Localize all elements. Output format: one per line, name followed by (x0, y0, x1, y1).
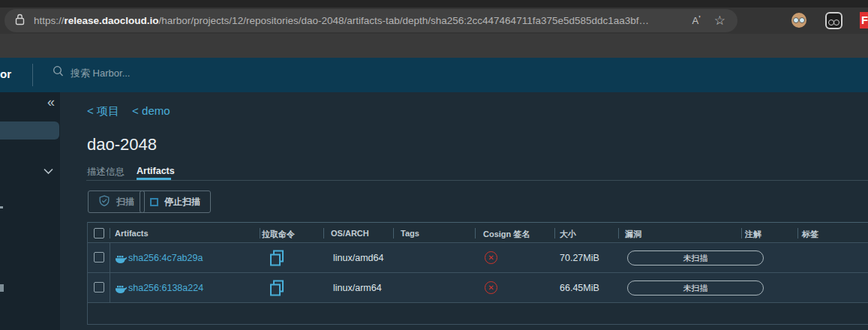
select-all-checkbox[interactable] (94, 228, 104, 238)
extension-f-badge[interactable]: F (860, 12, 868, 28)
extension-icon[interactable] (825, 12, 842, 29)
column-divider (393, 228, 394, 238)
scan-button[interactable]: 扫描 (88, 190, 145, 213)
page-title: dao-2048 (87, 135, 157, 154)
table-row: sha256:4c7ab29a linux/amd64 ✕ 70.27MiB 未… (88, 243, 868, 273)
copy-pull-command-icon[interactable] (269, 280, 284, 299)
favorite-star-icon[interactable]: ☆ (714, 13, 725, 28)
lock-icon[interactable] (15, 14, 25, 28)
sidebar-item-fragment (0, 206, 3, 208)
column-divider (554, 228, 555, 238)
column-header-vulnerabilities[interactable]: 漏洞 (625, 229, 641, 240)
header-divider (32, 64, 33, 86)
harbor-header: or (0, 58, 868, 92)
column-divider (110, 228, 110, 238)
table-footer (88, 303, 868, 325)
tab-artifacts[interactable]: Artifacts (137, 166, 175, 176)
table-header-row: Artifacts 拉取命令 OS/ARCH Tags Cosign 签名 大小… (88, 222, 868, 243)
size-value: 66.45MiB (560, 283, 599, 293)
docker-whale-icon (115, 254, 127, 267)
breadcrumb-projects-link[interactable]: < 项目 (87, 104, 119, 117)
copy-pull-command-icon[interactable] (269, 250, 284, 269)
row-checkbox[interactable] (94, 282, 104, 292)
table-row: sha256:6138a224 linux/arm64 ✕ 66.45MiB 未… (88, 273, 868, 303)
tab-description[interactable]: 描述信息 (87, 166, 125, 178)
size-value: 70.27MiB (560, 253, 599, 263)
column-divider (741, 228, 742, 238)
column-header-cosign[interactable]: Cosign 签名 (483, 229, 530, 240)
column-divider (260, 228, 260, 238)
artifact-digest-link[interactable]: sha256:4c7ab29a (128, 253, 203, 263)
stop-icon (150, 198, 158, 206)
breadcrumb-project-demo-link[interactable]: < demo (132, 104, 170, 117)
bookmarks-bar (0, 34, 868, 58)
artifact-digest-link[interactable]: sha256:6138a224 (128, 283, 203, 293)
harbor-logo-fragment: or (0, 68, 11, 80)
column-header-pull-command[interactable]: 拉取命令 (262, 229, 295, 240)
scan-button-label: 扫描 (116, 196, 134, 208)
stop-scan-button-label: 停止扫描 (164, 196, 200, 208)
column-divider (618, 228, 619, 238)
url-host: release.daocloud.io (65, 15, 159, 26)
column-header-tags[interactable]: Tags (401, 229, 419, 238)
docker-whale-icon (115, 284, 127, 297)
column-header-size[interactable]: 大小 (560, 229, 576, 240)
vulnerability-status-badge: 未扫描 (627, 250, 764, 266)
stop-scan-button[interactable]: 停止扫描 (140, 190, 211, 213)
screen: https://release.daocloud.io/harbor/proje… (0, 0, 868, 330)
vulnerability-status-badge: 未扫描 (627, 280, 764, 296)
url-text[interactable]: https://release.daocloud.io/harbor/proje… (34, 15, 686, 26)
chevron-down-icon[interactable] (43, 164, 54, 178)
global-search[interactable] (53, 65, 294, 80)
column-header-labels[interactable]: 标签 (802, 229, 818, 240)
sidebar-item-fragment (0, 284, 4, 292)
url-path: /harbor/projects/12/repositories/dao-204… (159, 15, 649, 26)
shield-check-icon (98, 195, 110, 209)
not-signed-icon: ✕ (485, 281, 497, 294)
column-header-os-arch[interactable]: OS/ARCH (331, 229, 369, 238)
tabs-divider-line (86, 180, 868, 181)
browser-toolbar: https://release.daocloud.io/harbor/proje… (0, 8, 868, 34)
os-arch-value: linux/amd64 (333, 253, 383, 263)
column-divider (110, 243, 110, 272)
os-arch-value: linux/arm64 (333, 283, 382, 293)
text-size-icon[interactable]: A❜ (692, 15, 701, 26)
artifacts-table: Artifacts 拉取命令 OS/ARCH Tags Cosign 签名 大小… (87, 222, 868, 325)
search-input[interactable] (69, 67, 294, 80)
address-bar[interactable]: https://release.daocloud.io/harbor/proje… (5, 9, 737, 32)
column-divider (797, 228, 798, 238)
column-divider (475, 228, 476, 238)
row-checkbox[interactable] (94, 252, 104, 262)
column-divider (323, 228, 324, 238)
column-header-artifacts[interactable]: Artifacts (115, 229, 149, 238)
url-scheme: https:// (34, 15, 65, 26)
column-divider (110, 273, 110, 302)
column-header-annotations[interactable]: 注解 (745, 229, 761, 240)
not-signed-icon: ✕ (485, 251, 497, 264)
browser-tab-strip (0, 0, 868, 8)
sidebar-active-item[interactable] (0, 122, 59, 140)
search-icon (53, 65, 65, 80)
breadcrumb: < 项目 < demo (87, 104, 180, 118)
browser-profile-avatar[interactable] (791, 13, 806, 28)
sidebar: « (0, 92, 60, 330)
collapse-sidebar-icon[interactable]: « (47, 94, 55, 110)
